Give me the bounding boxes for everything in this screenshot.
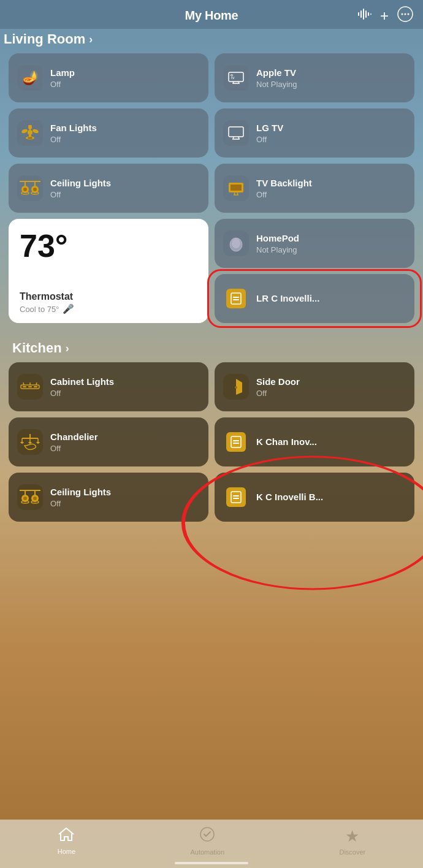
svg-point-24 [23,188,27,191]
kc-inovelli-tile[interactable]: K C Inovelli B... [215,473,414,522]
tv-backlight-name: TV Backlight [256,178,406,189]
k-chan-inovelli-tile[interactable]: K Chan Inov... [215,417,414,466]
fan-lights-tile[interactable]: Fan Lights Off [9,108,208,158]
home-indicator [175,862,248,864]
lr-inovelli-name: LR C Inovelli... [256,293,406,304]
lr-inovelli-text: LR C Inovelli... [256,293,406,304]
k-chan-inovelli-yellow-icon [226,432,246,452]
svg-rect-5 [370,13,372,15]
tv-backlight-icon [223,175,249,201]
svg-point-13 [21,128,28,134]
thermostat-tile[interactable]: 73° Thermostat Cool to 75° 🎤 [9,219,208,323]
homepod-name: HomePod [256,233,406,244]
apple-tv-text: Apple TV Not Playing [256,67,406,89]
homepod-tile[interactable]: HomePod Not Playing [215,219,414,268]
kc-inovelli-text: K C Inovelli B... [256,492,406,503]
svg-rect-39 [231,293,241,304]
thermostat-temp: 73° [20,230,197,262]
automation-icon [199,826,215,846]
fan-lights-text: Fan Lights Off [50,123,200,144]
svg-rect-43 [23,386,26,387]
cabinet-lights-icon [17,374,43,400]
header-actions: + [358,6,413,25]
svg-point-61 [33,497,37,500]
svg-line-48 [36,383,37,385]
nav-home[interactable]: Home [58,827,75,855]
homepod-text: HomePod Not Playing [256,233,406,254]
chandelier-icon [17,429,43,455]
ceiling-lights-lr-text: Ceiling Lights Off [50,178,200,199]
nav-automation[interactable]: Automation [190,826,224,856]
apple-tv-status: Not Playing [256,80,406,89]
ceiling-lights-lr-tile[interactable]: Ceiling Lights Off [9,164,208,213]
nav-discover[interactable]: ★ Discover [339,827,365,856]
lamp-text: Lamp Off [50,67,200,89]
lamp-status: Off [50,80,200,89]
living-room-chevron: › [89,33,93,46]
svg-point-12 [28,130,32,135]
kitchen-ceiling-tile[interactable]: Ceiling Lights Off [9,473,208,522]
mic-icon: 🎤 [63,303,74,314]
ceiling-lights-lr-status: Off [50,190,200,199]
side-door-name: Side Door [256,376,406,387]
svg-rect-40 [233,297,239,298]
lg-tv-status: Off [256,135,406,144]
bottom-nav: Home Automation ★ Discover [0,820,423,868]
svg-rect-44 [28,386,32,387]
kitchen-ceiling-status: Off [50,499,200,508]
more-icon[interactable] [397,6,413,25]
cabinet-lights-tile[interactable]: Cabinet Lights Off [9,362,208,411]
homepod-status: Not Playing [256,245,406,254]
kitchen-ceiling-name: Ceiling Lights [50,487,200,498]
header-title: My Home [185,9,238,23]
waveform-icon[interactable] [358,9,372,23]
lr-inovelli-tile[interactable]: LR C Inovelli... [215,274,414,323]
side-door-text: Side Door Off [256,376,406,398]
kitchen-grid: Cabinet Lights Off Side Door Off [0,362,423,522]
right-col-lr: HomePod Not Playing [215,219,414,323]
cabinet-lights-name: Cabinet Lights [50,376,200,387]
svg-rect-45 [34,386,37,387]
lamp-tile[interactable]: 🪔 Lamp Off [9,53,208,102]
living-room-title: Living Room [4,31,85,47]
kc-inovelli-name: K C Inovelli B... [256,492,406,503]
ceiling-lights-lr-name: Ceiling Lights [50,178,200,189]
lr-inovelli-icon [223,286,249,311]
svg-rect-0 [358,12,359,16]
k-chan-inovelli-icon [223,429,249,455]
lamp-name: Lamp [50,67,200,78]
kc-inovelli-icon [223,484,249,510]
svg-rect-19 [229,127,243,137]
side-door-tile[interactable]: Side Door Off [215,362,414,411]
fan-lights-name: Fan Lights [50,123,200,134]
svg-text:tv: tv [231,75,235,80]
kitchen-ceiling-icon [17,484,43,510]
svg-point-7 [402,13,403,15]
inovelli-yellow-icon [226,289,246,308]
lg-tv-tile[interactable]: LG TV Off [215,108,414,158]
svg-point-9 [408,13,410,15]
svg-rect-33 [231,185,242,191]
svg-rect-69 [233,498,239,499]
nav-discover-label: Discover [339,848,365,856]
apple-tv-tile[interactable]: tv Apple TV Not Playing [215,53,414,102]
chandelier-name: Chandelier [50,432,200,443]
kitchen-section-header[interactable]: Kitchen › [0,332,423,362]
k-chan-inovelli-text: K Chan Inov... [256,436,406,447]
kitchen-title: Kitchen [12,340,62,356]
tv-backlight-tile[interactable]: TV Backlight Off [215,164,414,213]
cabinet-lights-status: Off [50,389,200,398]
nav-automation-label: Automation [190,848,224,856]
svg-rect-55 [231,436,241,447]
svg-rect-57 [233,443,239,444]
add-icon[interactable]: + [380,7,389,25]
lg-tv-name: LG TV [256,123,406,134]
thermostat-label: Thermostat [20,285,197,302]
lg-tv-text: LG TV Off [256,123,406,144]
fan-lights-icon [17,120,43,146]
living-room-section-header[interactable]: Living Room › [0,29,423,53]
chandelier-text: Chandelier Off [50,432,200,453]
tv-backlight-text: TV Backlight Off [256,178,406,199]
nav-home-label: Home [58,848,75,855]
chandelier-tile[interactable]: Chandelier Off [9,417,208,466]
